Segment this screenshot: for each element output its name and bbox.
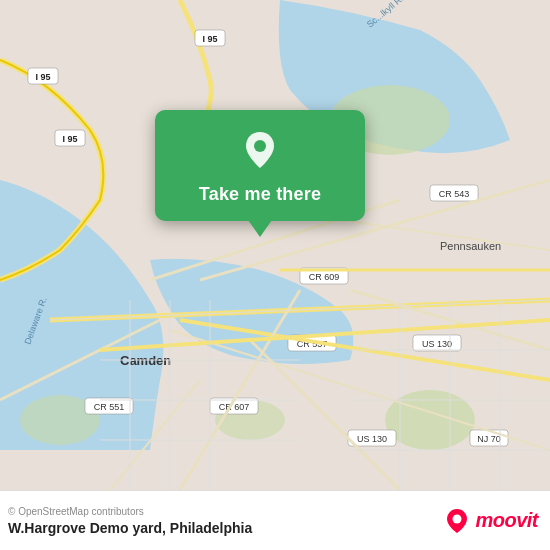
svg-text:CR 609: CR 609	[309, 272, 340, 282]
svg-point-58	[453, 514, 462, 523]
moovit-logo: moovit	[443, 507, 538, 535]
bottom-bar: © OpenStreetMap contributors W.Hargrove …	[0, 490, 550, 550]
attribution: © OpenStreetMap contributors	[8, 506, 252, 517]
svg-text:I 95: I 95	[62, 134, 77, 144]
svg-text:US 130: US 130	[422, 339, 452, 349]
svg-point-2	[385, 390, 475, 450]
location-pin-icon	[238, 128, 282, 176]
svg-text:CR 607: CR 607	[219, 402, 250, 412]
moovit-brand-text: moovit	[475, 509, 538, 532]
svg-text:Pennsauken: Pennsauken	[440, 240, 501, 252]
svg-point-57	[254, 140, 266, 152]
map-container: I 95 I 95 I 95 CR 543 CR 609 CR 537 US 1…	[0, 0, 550, 490]
svg-text:CR 543: CR 543	[439, 189, 470, 199]
svg-text:I 95: I 95	[202, 34, 217, 44]
popup-card: Take me there	[155, 110, 365, 221]
map-svg: I 95 I 95 I 95 CR 543 CR 609 CR 537 US 1…	[0, 0, 550, 490]
location-name: W.Hargrove Demo yard, Philadelphia	[8, 520, 252, 536]
svg-text:I 95: I 95	[35, 72, 50, 82]
take-me-there-button[interactable]: Take me there	[199, 184, 321, 205]
svg-text:US 130: US 130	[357, 434, 387, 444]
svg-text:CR 551: CR 551	[94, 402, 125, 412]
bottom-left: © OpenStreetMap contributors W.Hargrove …	[8, 506, 252, 536]
moovit-pin-icon	[443, 507, 471, 535]
svg-text:NJ 70: NJ 70	[477, 434, 501, 444]
